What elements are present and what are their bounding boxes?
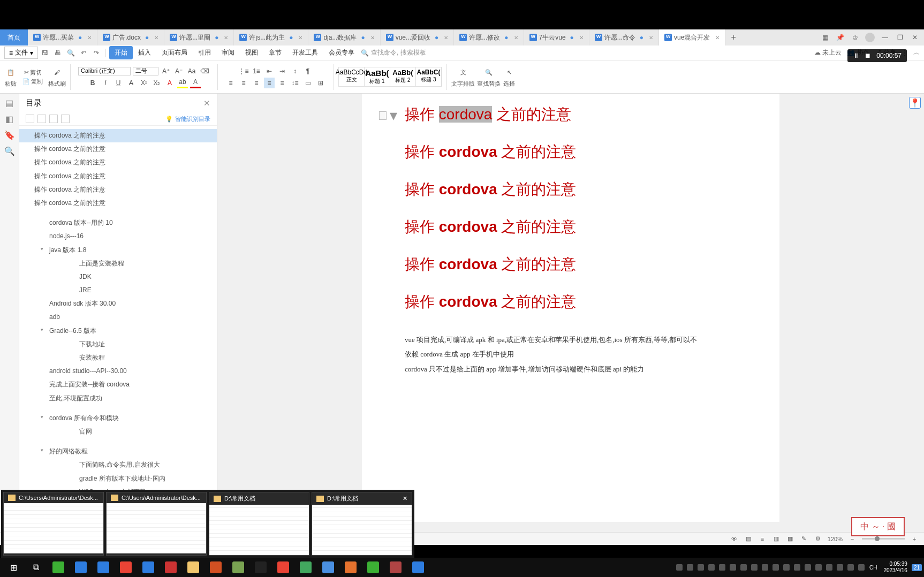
view-mode-3[interactable]: ▥ xyxy=(772,535,781,543)
decrease-font-icon[interactable]: A⁻ xyxy=(173,66,184,77)
outline-item[interactable]: 操作 cordova 之前的注意 xyxy=(19,196,217,210)
italic-button[interactable]: I xyxy=(100,78,111,88)
document-tab[interactable]: 许愿...命令●✕ xyxy=(589,29,659,45)
tray-icon[interactable] xyxy=(771,563,781,572)
document-tab[interactable]: 许愿...里圈●✕ xyxy=(164,29,234,45)
style-item[interactable]: AaBb(标题 2 xyxy=(390,67,416,86)
stop-icon[interactable]: ⏹ xyxy=(865,52,871,59)
menu-tab[interactable]: 页面布局 xyxy=(156,46,193,59)
outline-item[interactable]: JDK xyxy=(19,270,217,284)
restore-button[interactable]: ❐ xyxy=(895,33,905,42)
taskbar-preview[interactable]: D:\常用文档✕ xyxy=(312,492,412,556)
bookmark-rail-icon[interactable]: 🔖 xyxy=(5,130,14,140)
outline-close-button[interactable]: ✕ xyxy=(203,98,210,108)
outline-tb-3[interactable] xyxy=(49,115,58,123)
outline-item[interactable]: 操作 cordova 之前的注意 xyxy=(19,142,217,156)
pause-icon[interactable]: ⏸ xyxy=(853,52,859,59)
taskbar-app-a1[interactable] xyxy=(160,558,182,577)
outline-item[interactable]: 官网 xyxy=(19,425,217,438)
tab-close-icon[interactable]: ✕ xyxy=(514,35,518,41)
cut-button[interactable]: ✂ 剪切 xyxy=(24,69,42,77)
tab-close-icon[interactable]: ✕ xyxy=(649,35,653,41)
tab-close-icon[interactable]: ✕ xyxy=(154,35,158,41)
line-spacing-button[interactable]: ↕≡ xyxy=(290,78,300,88)
text-effects-button[interactable]: A xyxy=(164,78,175,88)
document-tab[interactable]: vue混合开发✕ xyxy=(659,29,725,45)
tab-close-icon[interactable]: ✕ xyxy=(224,35,228,41)
zoom-level[interactable]: 120% xyxy=(828,536,843,542)
task-view-button[interactable]: ⧉ xyxy=(25,558,47,577)
outline-tb-2[interactable] xyxy=(37,115,46,123)
outline-rail-icon[interactable]: ▤ xyxy=(5,98,14,108)
heading-2[interactable]: 操作 cordova 之前的注意 xyxy=(405,142,737,162)
taskbar-app-edge-legacy[interactable] xyxy=(92,558,115,577)
paragraph-3[interactable]: cordova 只不过是给上面的 app 增加事件,增加访问移动端硬件和底层 a… xyxy=(405,363,737,375)
document-tab[interactable]: 许js...此为主●✕ xyxy=(234,29,308,45)
outline-item[interactable]: 安装教程 xyxy=(19,351,217,365)
outline-item[interactable]: ▾java 版本 1.8 xyxy=(19,244,217,257)
eye-icon[interactable]: 👁 xyxy=(730,535,739,543)
format-painter-button[interactable]: 🖌 格式刷 xyxy=(48,66,66,88)
outline-item[interactable]: 至此,环境配置成功 xyxy=(19,392,217,405)
start-button[interactable]: ⊞ xyxy=(2,558,25,577)
paragraph-2[interactable]: 依赖 cordova 生成 app 在手机中使用 xyxy=(405,348,737,360)
outline-item[interactable]: 操作 cordova 之前的注意 xyxy=(19,183,217,196)
file-menu[interactable]: ≡ 文件 ▾ xyxy=(4,47,38,59)
heading-5[interactable]: 操作 cordova 之前的注意 xyxy=(405,254,737,275)
heading-3[interactable]: 操作 cordova 之前的注意 xyxy=(405,179,737,200)
taskbar-app-cmd[interactable] xyxy=(249,558,272,577)
tray-icon[interactable] xyxy=(696,563,706,572)
tray-icon[interactable] xyxy=(835,563,845,572)
crown-icon[interactable]: ♔ xyxy=(850,33,860,42)
cloud-status[interactable]: ☁ 未上云 xyxy=(814,48,842,57)
taskbar-app-wechat2[interactable] xyxy=(362,558,384,577)
heading-6[interactable]: 操作 cordova 之前的注意 xyxy=(405,292,737,312)
outline-item[interactable]: 上面是安装教程 xyxy=(19,257,217,270)
menu-tab[interactable]: 插入 xyxy=(133,46,156,59)
taskbar-app-chrome[interactable] xyxy=(115,558,137,577)
print-icon[interactable]: 🖶 xyxy=(52,47,64,59)
taskbar-app-a3[interactable] xyxy=(317,558,339,577)
tray-icon[interactable] xyxy=(717,563,727,572)
outline-item[interactable]: 完成上面安装--接着 cordova xyxy=(19,378,217,391)
menu-tab[interactable]: 引用 xyxy=(193,46,216,59)
sort-button[interactable]: ↕ xyxy=(290,66,300,77)
tray-icon[interactable] xyxy=(814,563,823,572)
settings-icon[interactable]: ⚙ xyxy=(814,535,822,543)
menu-tab[interactable]: 审阅 xyxy=(216,46,240,59)
view-mode-5[interactable]: ✎ xyxy=(800,535,808,543)
document-tab[interactable]: 许愿...买菜●✕ xyxy=(28,29,97,45)
outline-item[interactable]: 下载地址 xyxy=(19,338,217,351)
undo-icon[interactable]: ↶ xyxy=(78,47,89,59)
zoom-in-button[interactable]: + xyxy=(910,535,919,543)
grid-icon[interactable]: ▦ xyxy=(820,33,830,42)
paste-button[interactable]: 📋 粘贴 xyxy=(4,66,17,88)
avatar[interactable] xyxy=(865,33,875,42)
ime-indicator[interactable]: CH xyxy=(869,565,877,571)
show-marks-button[interactable]: ¶ xyxy=(302,66,313,77)
notification-badge[interactable]: 21 xyxy=(912,564,922,571)
strike-button[interactable]: A̶ xyxy=(126,78,137,88)
increase-font-icon[interactable]: A⁺ xyxy=(161,66,171,77)
document-tab[interactable]: vue...爱回收●✕ xyxy=(381,29,455,45)
superscript-button[interactable]: X² xyxy=(139,78,149,88)
document-tab[interactable]: dja...数据库●✕ xyxy=(308,29,380,45)
outline-item[interactable]: 操作 cordova 之前的注意 xyxy=(19,170,217,183)
outline-item[interactable]: node.js---16 xyxy=(19,230,217,243)
tab-close-icon[interactable]: ✕ xyxy=(370,35,375,41)
distribute-button[interactable]: ≡ xyxy=(277,78,287,88)
document-area[interactable]: ▾ 操作 cordova 之前的注意 操作 cordova 之前的注意 操作 c… xyxy=(217,94,924,532)
outline-item[interactable]: adb xyxy=(19,310,217,324)
outline-item[interactable]: 操作 cordova 之前的注意 xyxy=(19,156,217,169)
tray-icon[interactable] xyxy=(782,563,791,572)
highlight-button[interactable]: ab xyxy=(177,78,188,88)
tray-icon[interactable] xyxy=(792,563,802,572)
taskbar-app-edge[interactable] xyxy=(137,558,160,577)
style-item[interactable]: AaBbCcDd正文 xyxy=(339,67,365,86)
align-center-button[interactable]: ≡ xyxy=(238,78,249,88)
borders-button[interactable]: ⊞ xyxy=(315,78,326,88)
view-mode-4[interactable]: ▦ xyxy=(786,535,794,543)
bold-button[interactable]: B xyxy=(87,78,98,88)
select-button[interactable]: ↖ 选择 xyxy=(503,66,516,88)
document-tab[interactable]: 广告.docx●✕ xyxy=(97,29,164,45)
